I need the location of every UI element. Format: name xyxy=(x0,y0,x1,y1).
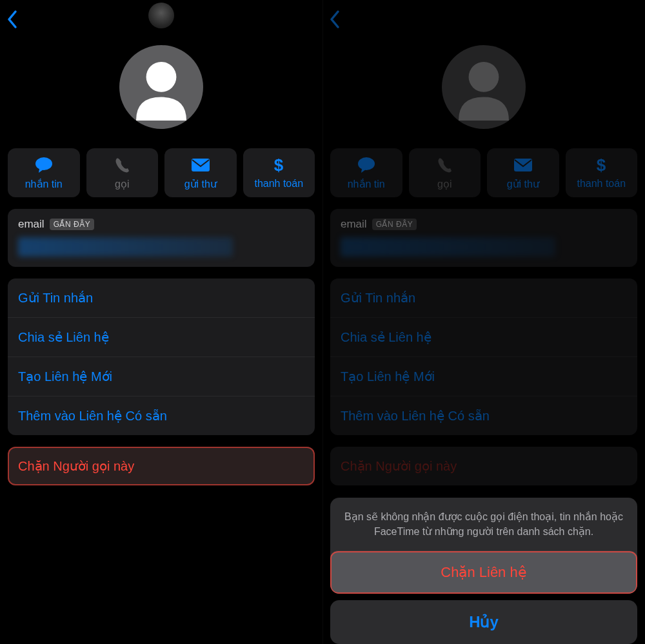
mail-icon xyxy=(191,156,210,174)
sheet-confirm-block[interactable]: Chặn Liên hệ xyxy=(330,551,637,594)
phone-icon xyxy=(114,156,130,174)
recent-badge: GẦN ĐÂY xyxy=(50,219,95,230)
add-existing-row[interactable]: Thêm vào Liên hệ Có sẵn xyxy=(8,396,315,435)
camera-notch xyxy=(148,3,174,28)
back-icon[interactable] xyxy=(6,10,18,29)
call-label: gọi xyxy=(115,178,129,190)
share-contact-row[interactable]: Chia sẻ Liên hệ xyxy=(8,317,315,356)
contact-avatar xyxy=(119,45,203,129)
message-action[interactable]: nhắn tin xyxy=(8,148,80,197)
pay-label: thanh toán xyxy=(254,178,303,190)
message-label: nhắn tin xyxy=(25,178,63,190)
dollar-icon: $ xyxy=(273,156,284,174)
block-action-sheet: Bạn sẽ không nhận được cuộc gọi điện tho… xyxy=(330,498,637,644)
email-value-redacted xyxy=(18,237,233,257)
block-caller-card[interactable]: Chặn Người gọi này xyxy=(8,447,315,485)
sheet-message: Bạn sẽ không nhận được cuộc gọi điện tho… xyxy=(330,498,637,551)
sheet-body: Bạn sẽ không nhận được cuộc gọi điện tho… xyxy=(330,498,637,594)
mail-action[interactable]: gửi thư xyxy=(164,148,237,197)
svg-rect-2 xyxy=(192,159,210,171)
svg-point-1 xyxy=(35,157,52,170)
message-icon xyxy=(34,156,54,174)
email-label: email xyxy=(18,218,45,231)
action-buttons-row: nhắn tin gọi gửi thư $ thanh toán xyxy=(0,148,322,209)
block-caller-label: Chặn Người gọi này xyxy=(8,447,315,485)
contact-detail-with-sheet: nhắn tin gọi gửi thư $ thanh toán xyxy=(322,0,645,644)
contact-detail-screen: nhắn tin gọi gửi thư $ thanh toán xyxy=(0,0,322,644)
svg-point-0 xyxy=(146,62,177,92)
svg-text:$: $ xyxy=(274,156,284,174)
create-contact-row[interactable]: Tạo Liên hệ Mới xyxy=(8,356,315,396)
pay-action[interactable]: $ thanh toán xyxy=(243,148,315,197)
call-action: gọi xyxy=(86,148,159,197)
mail-label: gửi thư xyxy=(184,178,217,190)
send-message-row[interactable]: Gửi Tin nhắn xyxy=(8,278,315,317)
contact-actions-list: Gửi Tin nhắn Chia sẻ Liên hệ Tạo Liên hệ… xyxy=(8,278,315,435)
email-card[interactable]: email GẦN ĐÂY xyxy=(8,209,315,267)
sheet-cancel[interactable]: Hủy xyxy=(330,600,637,644)
